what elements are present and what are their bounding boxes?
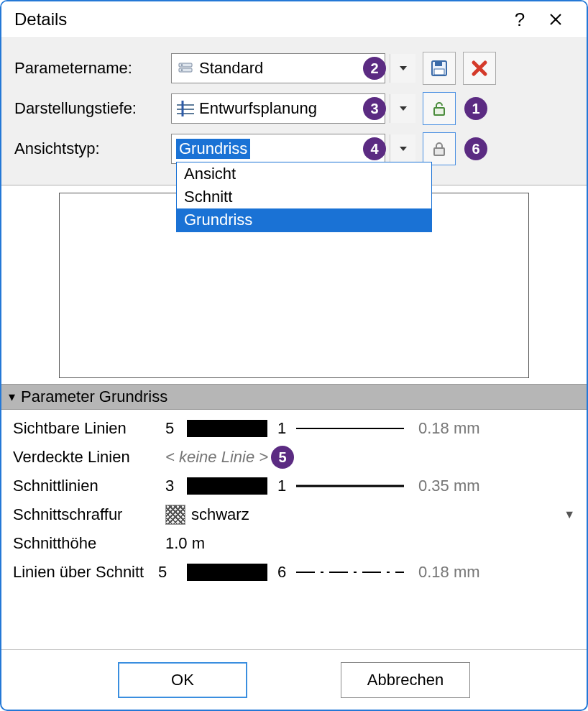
chevron-down-icon: ▾ — [9, 389, 15, 405]
delete-button[interactable] — [463, 52, 496, 85]
row-verdeckte-linien: Verdeckte Linien < keine Linie > 5 — [13, 443, 575, 472]
depth-icon — [176, 99, 195, 118]
section-header[interactable]: ▾ Parameter Grundriss — [1, 384, 587, 410]
hoehe-label: Schnitthöhe — [13, 534, 165, 553]
row-schnitthoehe: Schnitthöhe 1.0 m — [13, 529, 575, 558]
svg-point-2 — [181, 64, 183, 65]
ansichtstyp-dropdown-list: Ansicht Schnitt Grundriss — [176, 162, 432, 232]
unlock-button[interactable] — [423, 92, 456, 125]
ueber-dim: 0.18 mm — [418, 563, 480, 582]
dialog-window: Details ? Parametername: Standard 2 — [0, 0, 588, 711]
schnittlinien-v2[interactable]: 1 — [277, 477, 296, 495]
row-sichtbare-linien: Sichtbare Linien 5 1 0.18 mm — [13, 414, 575, 443]
title-bar: Details ? — [1, 1, 587, 37]
svg-rect-5 — [435, 61, 442, 66]
parameter-grid: Sichtbare Linien 5 1 0.18 mm Verdeckte L… — [1, 410, 587, 587]
row-schnittschraffur: Schnittschraffur schwarz ▼ — [13, 500, 575, 529]
ueber-v2[interactable]: 6 — [277, 563, 296, 582]
sichtbare-v1[interactable]: 5 — [165, 419, 187, 438]
sichtbare-v2[interactable]: 1 — [277, 419, 296, 438]
save-button[interactable] — [423, 52, 456, 85]
ansichtstyp-dropdown-arrow[interactable] — [390, 134, 415, 163]
ansichtstyp-label: Ansichtstyp: — [14, 139, 171, 158]
database-icon — [176, 59, 195, 78]
footer: OK Abbrechen — [1, 649, 587, 710]
sichtbare-dim: 0.18 mm — [418, 419, 480, 438]
sichtbare-color-swatch[interactable] — [187, 420, 267, 437]
parametername-value: Standard — [199, 59, 385, 78]
badge-6: 6 — [464, 137, 487, 160]
svg-rect-12 — [434, 148, 444, 155]
schraffur-expand[interactable]: ▼ — [553, 508, 575, 521]
form-area: Parametername: Standard 2 Darstellungsti… — [1, 37, 587, 185]
verdeckte-label: Verdeckte Linien — [13, 448, 165, 467]
schnittlinien-v1[interactable]: 3 — [165, 477, 187, 495]
chevron-down-icon — [400, 106, 407, 111]
row-parametername: Parametername: Standard 2 — [14, 51, 574, 86]
lock-button[interactable] — [423, 132, 456, 165]
hatch-icon[interactable] — [165, 505, 185, 525]
badge-2: 2 — [363, 57, 386, 80]
svg-rect-6 — [434, 69, 444, 75]
hoehe-value[interactable]: 1.0 m — [165, 534, 205, 553]
darstellungstiefe-value: Entwurfsplanung — [199, 99, 385, 118]
window-title: Details — [14, 9, 502, 29]
ansichtstyp-option-ansicht[interactable]: Ansicht — [177, 162, 431, 185]
lock-icon — [431, 140, 448, 157]
delete-icon — [471, 60, 488, 77]
cancel-button[interactable]: Abbrechen — [341, 662, 470, 698]
schnittlinien-dim: 0.35 mm — [418, 477, 480, 495]
row-ansichtstyp: Ansichtstyp: Grundriss 4 6 — [14, 132, 574, 166]
ueber-color-swatch[interactable] — [187, 564, 267, 581]
darstellungstiefe-label: Darstellungstiefe: — [14, 99, 171, 118]
schnittlinien-label: Schnittlinien — [13, 477, 165, 495]
svg-point-3 — [181, 69, 183, 70]
parametername-combo[interactable]: Standard 2 — [171, 53, 385, 83]
help-button[interactable]: ? — [502, 1, 538, 37]
badge-5: 5 — [271, 446, 294, 469]
svg-rect-0 — [179, 63, 192, 67]
ansichtstyp-option-schnitt[interactable]: Schnitt — [177, 185, 431, 208]
unlock-icon — [431, 100, 448, 117]
darstellungstiefe-combo[interactable]: Entwurfsplanung 3 — [171, 93, 385, 124]
row-darstellungstiefe: Darstellungstiefe: Entwurfsplanung 3 1 — [14, 91, 574, 126]
parametername-label: Parametername: — [14, 59, 171, 78]
darstellungstiefe-dropdown-arrow[interactable] — [390, 94, 415, 123]
badge-3: 3 — [363, 97, 386, 120]
schnittlinien-line-preview[interactable] — [296, 476, 404, 496]
close-icon — [548, 12, 563, 27]
verdeckte-placeholder[interactable]: < keine Linie > — [165, 448, 268, 467]
row-linien-ueber-schnitt: Linien über Schnitt 5 6 0.18 mm — [13, 558, 575, 587]
close-button[interactable] — [538, 1, 574, 37]
ok-button[interactable]: OK — [118, 662, 247, 698]
row-schnittlinien: Schnittlinien 3 1 0.35 mm — [13, 472, 575, 500]
ueber-line-preview[interactable] — [296, 562, 404, 582]
schraffur-label: Schnittschraffur — [13, 505, 165, 524]
ansichtstyp-combo[interactable]: Grundriss 4 — [171, 134, 385, 164]
svg-rect-11 — [434, 108, 444, 115]
ueber-label: Linien über Schnitt — [13, 563, 158, 582]
ueber-v1[interactable]: 5 — [158, 563, 187, 582]
svg-rect-1 — [179, 68, 192, 72]
sichtbare-line-preview[interactable] — [296, 418, 404, 439]
ansichtstyp-option-grundriss[interactable]: Grundriss — [177, 208, 431, 231]
sichtbare-label: Sichtbare Linien — [13, 419, 165, 438]
parametername-dropdown-arrow[interactable] — [390, 54, 415, 83]
schraffur-value[interactable]: schwarz — [191, 505, 249, 524]
chevron-down-icon — [400, 147, 407, 151]
ansichtstyp-value: Grundriss — [176, 139, 250, 159]
schnittlinien-color-swatch[interactable] — [187, 477, 267, 495]
badge-1: 1 — [464, 97, 487, 120]
badge-4: 4 — [363, 137, 386, 160]
chevron-down-icon — [400, 66, 407, 70]
save-icon — [430, 59, 449, 78]
section-title: Parameter Grundriss — [21, 387, 167, 406]
